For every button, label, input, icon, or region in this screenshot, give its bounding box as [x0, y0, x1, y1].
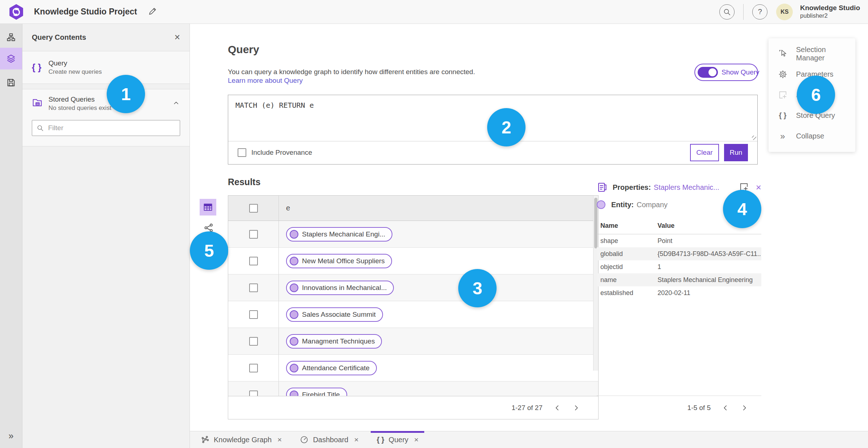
property-name: objectid: [600, 263, 658, 271]
property-name: shape: [600, 237, 658, 245]
dashboard-icon: [300, 435, 309, 444]
avatar[interactable]: KS: [776, 4, 793, 20]
entity-pill[interactable]: Staplers Mechanical Engi...: [286, 227, 392, 242]
property-row: shapePoint: [597, 234, 761, 247]
action-item-selection-manager[interactable]: Selection Manager: [769, 43, 855, 64]
table-view-button[interactable]: [200, 199, 216, 216]
properties-title: Properties:: [613, 183, 651, 192]
results-prev-page-icon[interactable]: [553, 404, 561, 412]
properties-prev-page-icon[interactable]: [722, 404, 729, 412]
topbar-divider: [743, 4, 744, 20]
tab-label: Query: [389, 436, 408, 444]
properties-entity-link[interactable]: Staplers Mechanic...: [654, 183, 719, 192]
contents-title: Query Contents: [32, 33, 86, 42]
rail-data-model-button[interactable]: [0, 28, 22, 46]
contents-item-query[interactable]: { } Query Create new queries: [22, 51, 190, 84]
results-next-page-icon[interactable]: [572, 404, 580, 412]
row-checkbox-cell: [228, 328, 279, 354]
page-title: Query: [228, 43, 259, 56]
property-value: Point: [658, 237, 761, 245]
entity-pill[interactable]: Innovations in Mechanical...: [286, 281, 394, 295]
search-icon: [723, 8, 731, 16]
show-query-toggle[interactable]: Show Query: [694, 64, 758, 81]
layers-icon: [6, 54, 16, 64]
entity-pill[interactable]: New Metal Office Suppliers: [286, 254, 392, 268]
properties-next-page-icon[interactable]: [740, 404, 748, 412]
entity-pill-label: New Metal Office Suppliers: [302, 257, 385, 265]
select-all-checkbox[interactable]: [249, 204, 258, 213]
row-checkbox[interactable]: [249, 337, 258, 346]
annotation-step-6: 6: [797, 76, 835, 114]
show-query-label: Show Query: [722, 68, 760, 76]
column-header-e: e: [279, 196, 598, 221]
rail-layers-button[interactable]: [0, 48, 22, 69]
toggle-switch[interactable]: [698, 67, 718, 78]
user-role: publisher2: [800, 12, 860, 20]
contents-close-icon[interactable]: ×: [174, 33, 180, 42]
action-item-collapse[interactable]: »Collapse: [769, 126, 855, 146]
properties-pagination: 1-5 of 5: [597, 396, 761, 419]
entity-pill[interactable]: Managment Techniques: [286, 334, 382, 349]
row-checkbox[interactable]: [249, 310, 258, 319]
rail-save-button[interactable]: [0, 73, 22, 91]
tab-query[interactable]: { }Query×: [371, 431, 424, 448]
run-button[interactable]: Run: [724, 144, 748, 161]
row-checkbox[interactable]: [249, 283, 258, 292]
annotation-step-4: 4: [723, 190, 761, 228]
contents-header: Query Contents ×: [22, 24, 190, 51]
tab-dashboard[interactable]: Dashboard×: [294, 431, 364, 448]
properties-close-icon[interactable]: ×: [756, 183, 761, 192]
properties-table: Name Value shapePointglobalid{5D9B4713-F…: [597, 220, 761, 299]
row-checkbox[interactable]: [249, 230, 258, 239]
results-pagination: 1-27 of 27: [228, 396, 598, 419]
tab-close-icon[interactable]: ×: [414, 435, 418, 444]
search-button[interactable]: [719, 4, 735, 20]
filter-search-icon: [37, 124, 44, 132]
topbar: Knowledge Studio Project ? KS Knowledge …: [0, 0, 868, 24]
stored-queries-header[interactable]: Stored Queries No stored queries exist: [32, 95, 180, 112]
left-icon-rail: »: [0, 24, 22, 448]
property-value: 1: [658, 263, 761, 271]
entity-dot-icon: [290, 230, 298, 239]
tab-knowledge-graph[interactable]: Knowledge Graph×: [195, 431, 288, 448]
entity-dot-icon: [290, 310, 298, 319]
query-curly-icon: { }: [32, 62, 48, 73]
add-window-icon: [778, 90, 787, 100]
entity-dot-icon: [290, 364, 298, 372]
user-block[interactable]: Knowledge Studio publisher2: [800, 4, 860, 20]
filter-input[interactable]: [32, 120, 180, 136]
entity-cell: Firebird Title: [279, 381, 598, 396]
user-name: Knowledge Studio: [800, 4, 860, 12]
selection-manager-icon: [778, 49, 787, 59]
entity-cell: Attendance Certificate: [279, 355, 598, 381]
learn-more-link[interactable]: Learn more about Query: [228, 77, 303, 85]
entity-cell: Managment Techniques: [279, 328, 598, 354]
entity-type: Company: [637, 201, 668, 209]
entity-dot-icon: [290, 257, 298, 265]
stored-queries-folder-icon: [32, 97, 48, 110]
results-table: e Staplers Mechanical Engi...New Metal O…: [228, 195, 599, 419]
clear-button[interactable]: Clear: [690, 144, 719, 161]
property-row: nameStaplers Mechanical Engineering: [597, 273, 761, 286]
resize-handle[interactable]: [752, 136, 756, 140]
edit-title-button[interactable]: [147, 7, 158, 17]
entity-pill[interactable]: Sales Associate Summit: [286, 307, 383, 322]
name-column-header: Name: [600, 222, 658, 230]
row-checkbox[interactable]: [249, 391, 258, 396]
entity-dot-icon: [290, 337, 298, 346]
row-checkbox[interactable]: [249, 257, 258, 265]
entity-pill[interactable]: Firebird Title: [286, 388, 347, 396]
collapse-section-icon[interactable]: [172, 99, 180, 108]
knowledge-studio-app: Knowledge Studio Project ? KS Knowledge …: [0, 0, 868, 448]
entity-dot-icon: [290, 283, 298, 292]
tab-close-icon[interactable]: ×: [277, 435, 282, 444]
query-item-title: Query: [48, 59, 102, 68]
tab-close-icon[interactable]: ×: [354, 435, 358, 444]
entity-pill[interactable]: Attendance Certificate: [286, 361, 377, 375]
expand-rail-button[interactable]: »: [0, 430, 22, 441]
help-button[interactable]: ?: [752, 4, 767, 20]
entity-cell: New Metal Office Suppliers: [279, 248, 598, 274]
app-logo-icon[interactable]: [8, 4, 25, 20]
row-checkbox[interactable]: [249, 364, 258, 372]
include-provenance-checkbox[interactable]: [238, 148, 246, 157]
